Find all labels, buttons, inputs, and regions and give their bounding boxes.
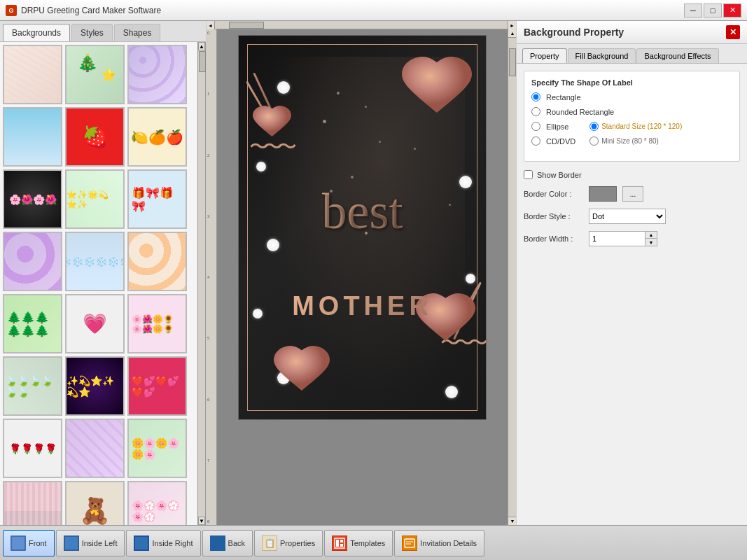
border-style-label: Border Style :: [524, 212, 583, 220]
bg-item-2[interactable]: 🎄 ⭐: [65, 45, 125, 104]
scroll-thumb[interactable]: [199, 51, 206, 72]
bg-item-10[interactable]: [3, 232, 62, 291]
hscroll-thumb[interactable]: [229, 22, 264, 29]
border-width-input[interactable]: [589, 231, 645, 246]
hscroll-right[interactable]: ►: [508, 21, 516, 29]
heart-left-middle: [253, 106, 291, 142]
bg-item-24[interactable]: 🌸💮🌸💮🌸💮: [127, 481, 187, 525]
main-container: Backgrounds Styles Shapes 🎄 ⭐: [0, 21, 747, 525]
left-panel-scrollbar[interactable]: ▲ ▼: [197, 42, 206, 525]
bottom-btn-back[interactable]: Back: [202, 530, 253, 556]
bg-item-12[interactable]: [127, 232, 187, 291]
white-dot-4: [253, 309, 263, 318]
bg-item-5[interactable]: 🍓: [65, 107, 125, 167]
canvas-viewport: 〜〜〜 〜〜〜: [217, 29, 508, 525]
standard-size-radio[interactable]: [589, 122, 599, 131]
bottom-btn-invitation[interactable]: Invitation Details: [394, 530, 484, 556]
shape-rectangle-radio[interactable]: [531, 92, 540, 102]
shape-ellipse-radio[interactable]: [531, 122, 540, 131]
prop-tab-fill[interactable]: Fill Background: [568, 48, 636, 63]
tab-backgrounds[interactable]: Backgrounds: [3, 24, 70, 41]
bg-item-9[interactable]: 🎁🎀🎁🎀: [127, 169, 187, 229]
bg-item-8[interactable]: ⭐✨🌟💫⭐✨: [65, 169, 125, 229]
tab-shapes[interactable]: Shapes: [114, 24, 161, 41]
bg-item-14[interactable]: 💗: [65, 294, 125, 354]
bg-item-1[interactable]: [3, 45, 62, 104]
vscroll-up[interactable]: ▲: [508, 29, 516, 38]
bg-item-4[interactable]: [3, 107, 62, 167]
bg-item-15[interactable]: 🌸🌺🌼🌻🌸🌺🌼🌻: [127, 294, 187, 354]
bg-item-11[interactable]: ❄️❄️❄️❄️❄️❄️: [65, 232, 125, 291]
bg-item-21[interactable]: 🌼🌸🌼🌸🌼🌸: [127, 419, 187, 478]
scroll-up-arrow[interactable]: ▲: [198, 42, 205, 50]
prop-tab-effects[interactable]: Background Effects: [636, 48, 718, 63]
bg-item-22[interactable]: [3, 481, 62, 525]
canvas-vscrollbar[interactable]: ▲ ▼: [508, 29, 516, 525]
tab-styles[interactable]: Styles: [71, 24, 113, 41]
vscroll-down[interactable]: ▼: [508, 517, 516, 525]
shape-section-title: Specify The Shape Of Label: [531, 78, 732, 87]
shape-rounded-radio[interactable]: [531, 107, 540, 116]
bg-item-3[interactable]: [127, 45, 187, 104]
shape-rectangle-label: Rectangle: [546, 93, 581, 102]
close-button[interactable]: ✕: [723, 4, 741, 18]
heart-bottom-left: [274, 346, 330, 398]
card-text-mother: MOTHER: [292, 291, 433, 321]
app-icon: G: [6, 5, 17, 16]
minimize-button[interactable]: ─: [684, 4, 702, 18]
vscroll-thumb[interactable]: [509, 48, 516, 76]
prop-tab-property[interactable]: Property: [522, 48, 567, 63]
bottom-btn-templates[interactable]: Templates: [324, 530, 393, 556]
card-canvas[interactable]: 〜〜〜 〜〜〜: [238, 35, 487, 420]
right-panel-header: Background Property ✕: [517, 21, 747, 44]
border-width-down[interactable]: ▼: [645, 239, 657, 246]
vscroll-track: [508, 38, 516, 517]
inside-right-icon: [134, 536, 149, 551]
svg-rect-3: [340, 544, 343, 547]
inside-left-label: Inside Left: [82, 539, 118, 547]
shape-cddvd-radio[interactable]: [531, 136, 540, 146]
canvas-hscrollbar[interactable]: ◄ ►: [207, 21, 516, 29]
mini-size-radio[interactable]: [589, 136, 599, 146]
border-color-swatch[interactable]: [589, 186, 617, 202]
templates-label: Templates: [350, 539, 385, 547]
window-controls: ─ □ ✕: [684, 4, 741, 18]
bg-item-18[interactable]: ❤️💕❤️💕❤️💕: [127, 356, 187, 416]
shape-rounded-row: Rounded Rectangle: [531, 107, 732, 116]
size-options: Standard Size (120 * 120) Mini Size (80 …: [589, 122, 682, 146]
bg-item-6[interactable]: 🍋🍊🍎: [127, 107, 187, 167]
bg-item-7[interactable]: 🌸🌺🌸🌺: [3, 169, 62, 229]
shape-cddvd-label: CD/DVD: [546, 137, 575, 146]
white-dot-7: [459, 176, 472, 188]
shape-section: Specify The Shape Of Label Rectangle Rou…: [524, 71, 740, 162]
border-color-button[interactable]: ...: [622, 186, 643, 202]
ellipse-cd-radios: Ellipse CD/DVD: [531, 122, 575, 146]
left-tabs: Backgrounds Styles Shapes: [0, 21, 206, 42]
scroll-down-arrow[interactable]: ▼: [198, 517, 205, 525]
property-close-button[interactable]: ✕: [726, 25, 740, 39]
bg-item-23[interactable]: 🧸: [65, 481, 125, 525]
side-ruler: 012345678: [207, 29, 217, 525]
bg-item-20[interactable]: [65, 419, 125, 478]
back-label: Back: [228, 539, 245, 547]
bottom-btn-properties[interactable]: 📋 Properties: [254, 530, 323, 556]
border-width-input-group: ▲ ▼: [589, 231, 657, 246]
bottom-btn-inside-left[interactable]: Inside Left: [56, 530, 125, 556]
white-dot-9: [445, 386, 458, 398]
svg-rect-2: [340, 540, 343, 542]
bg-item-17[interactable]: ✨💫⭐✨💫⭐: [65, 356, 125, 416]
shape-rounded-label: Rounded Rectangle: [546, 108, 614, 116]
bg-item-13[interactable]: 🌲🌲🌲🌲🌲🌲: [3, 294, 62, 354]
bg-item-16[interactable]: 🍃🍃🍃🍃🍃🍃: [3, 356, 62, 416]
invitation-label: Invitation Details: [420, 539, 477, 547]
maximize-button[interactable]: □: [704, 4, 722, 18]
border-style-select[interactable]: Solid Dot Dash DashDot DashDotDot: [589, 209, 666, 224]
border-width-up[interactable]: ▲: [645, 231, 657, 239]
bottom-btn-front[interactable]: Front: [3, 530, 55, 556]
show-border-checkbox[interactable]: [524, 170, 533, 179]
standard-size-row: Standard Size (120 * 120): [589, 122, 682, 131]
hscroll-left[interactable]: ◄: [207, 21, 215, 29]
svg-rect-1: [336, 540, 339, 547]
bottom-btn-inside-right[interactable]: Inside Right: [126, 530, 200, 556]
bg-item-19[interactable]: 🌹🌹🌹🌹: [3, 419, 62, 478]
